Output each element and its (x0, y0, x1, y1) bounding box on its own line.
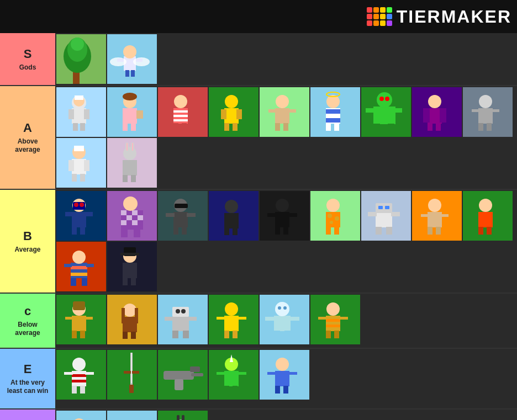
svg-rect-122 (173, 212, 188, 227)
svg-rect-24 (123, 108, 137, 124)
char-slot (56, 191, 106, 241)
svg-point-71 (428, 95, 441, 108)
char-slot (209, 350, 258, 400)
tier-a-letter: A (23, 120, 32, 136)
svg-rect-20 (80, 123, 85, 131)
svg-rect-61 (373, 107, 395, 124)
tier-label-c: c Below average (0, 294, 55, 348)
svg-rect-223 (284, 331, 291, 338)
svg-rect-163 (421, 214, 429, 217)
svg-rect-79 (478, 123, 483, 131)
svg-rect-252 (175, 379, 183, 390)
svg-rect-175 (71, 278, 76, 286)
svg-rect-108 (65, 212, 73, 216)
svg-rect-174 (71, 273, 87, 276)
svg-rect-58 (334, 123, 339, 131)
svg-rect-48 (275, 123, 280, 131)
svg-rect-263 (275, 371, 289, 386)
char-slot (158, 295, 208, 344)
svg-rect-109 (85, 212, 93, 216)
char-slot (260, 295, 309, 344)
svg-point-172 (72, 251, 86, 264)
char-slot (56, 295, 106, 344)
svg-point-93 (123, 147, 136, 160)
svg-rect-32 (173, 110, 188, 113)
char-slot (361, 191, 411, 241)
tier-a-name: Above average (4, 137, 51, 155)
svg-rect-216 (238, 317, 246, 320)
svg-rect-224 (265, 317, 275, 321)
logo-dot (367, 7, 372, 13)
svg-rect-268 (288, 372, 297, 375)
svg-rect-41 (221, 109, 226, 119)
svg-rect-88 (72, 174, 77, 182)
tier-s-name: Gods (19, 63, 36, 72)
svg-rect-203 (172, 307, 189, 317)
svg-rect-255 (224, 371, 239, 386)
svg-point-160 (428, 199, 441, 212)
svg-rect-207 (183, 331, 189, 338)
svg-rect-251 (190, 366, 200, 372)
char-slot (107, 191, 157, 241)
svg-rect-260 (217, 372, 225, 375)
svg-rect-17 (68, 109, 74, 119)
svg-point-220 (278, 306, 281, 310)
svg-rect-231 (326, 331, 331, 338)
svg-rect-242 (64, 372, 73, 375)
svg-rect-227 (326, 316, 340, 331)
svg-rect-178 (86, 264, 94, 267)
tier-c-name: Below average (4, 321, 51, 338)
tier-e-name: At the very least can win (4, 379, 51, 396)
svg-rect-266 (283, 386, 288, 394)
svg-point-146 (330, 221, 333, 224)
svg-rect-113 (126, 215, 132, 220)
svg-rect-253 (191, 373, 203, 376)
char-slot (158, 191, 208, 241)
char-slot (260, 350, 309, 400)
svg-rect-96 (126, 143, 128, 151)
svg-point-62 (377, 92, 392, 108)
svg-rect-150 (376, 211, 392, 227)
logo-text: TierMaker (397, 7, 511, 27)
svg-rect-37 (182, 123, 187, 131)
svg-rect-189 (73, 301, 85, 310)
svg-rect-107 (80, 227, 85, 235)
svg-point-29 (123, 93, 137, 100)
svg-rect-77 (478, 108, 493, 124)
logo-grid (367, 7, 392, 26)
tier-label-b: B Average (0, 190, 55, 293)
svg-rect-240 (72, 386, 77, 394)
svg-point-143 (326, 199, 340, 212)
svg-rect-46 (275, 108, 289, 124)
svg-rect-98 (123, 175, 128, 182)
svg-point-64 (385, 97, 389, 101)
svg-rect-214 (233, 331, 238, 338)
svg-rect-86 (68, 160, 74, 171)
tiermaker-logo: TierMaker (367, 7, 511, 27)
svg-rect-177 (64, 264, 72, 267)
svg-rect-72 (423, 108, 430, 123)
svg-rect-33 (173, 115, 188, 117)
svg-point-104 (74, 203, 78, 207)
tier-b-content (55, 190, 517, 293)
char-slot (56, 350, 106, 400)
svg-rect-258 (224, 386, 229, 394)
svg-point-40 (225, 95, 238, 108)
tier-c-letter: c (24, 304, 31, 320)
svg-rect-209 (188, 317, 197, 321)
svg-rect-154 (376, 227, 382, 235)
char-slot (158, 411, 208, 420)
svg-rect-115 (138, 215, 143, 220)
char-slot (107, 87, 157, 137)
logo-dot (367, 20, 372, 26)
tier-label-f: F Can't fight (0, 410, 55, 420)
svg-rect-127 (166, 213, 175, 217)
svg-rect-57 (326, 123, 331, 131)
char-slot (209, 191, 258, 241)
svg-rect-153 (385, 206, 389, 209)
svg-rect-250 (163, 371, 194, 380)
svg-rect-259 (233, 386, 238, 394)
svg-point-47 (276, 95, 289, 108)
char-slot (107, 411, 157, 420)
logo-dot (373, 14, 379, 19)
